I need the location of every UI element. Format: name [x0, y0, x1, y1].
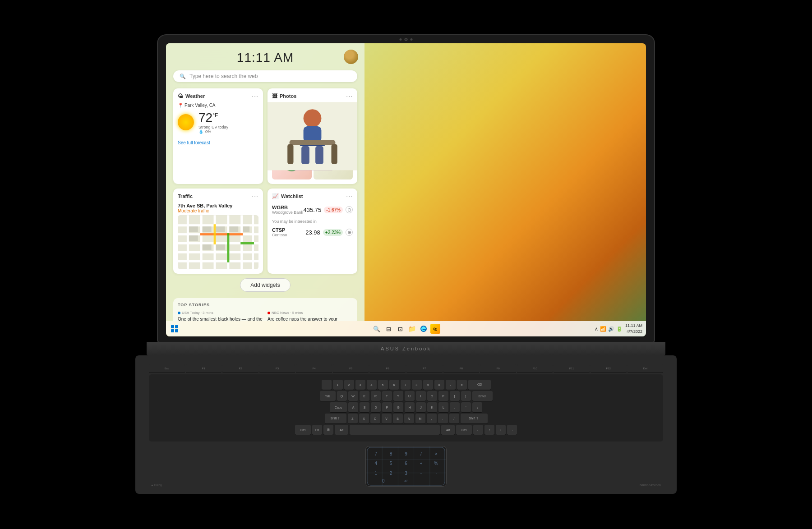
key-j[interactable]: J: [416, 402, 426, 412]
key-1[interactable]: 1: [333, 380, 343, 390]
key-space[interactable]: [350, 425, 440, 435]
system-time[interactable]: 11:11 AM 4/7/2022: [625, 323, 642, 334]
key-shift-right[interactable]: Shift ⇧: [461, 414, 488, 423]
key-b[interactable]: B: [393, 414, 403, 423]
fn-f7[interactable]: F7: [406, 364, 443, 373]
key-quote[interactable]: ': [461, 402, 471, 412]
key-minus[interactable]: -: [446, 380, 456, 390]
key-shift-left[interactable]: Shift ⇧: [325, 414, 346, 423]
key-v[interactable]: V: [382, 414, 392, 423]
fn-f5[interactable]: F5: [333, 364, 369, 373]
key-semicolon[interactable]: ;: [450, 402, 460, 412]
key-win[interactable]: ⊞: [323, 425, 333, 435]
key-h[interactable]: H: [405, 402, 415, 412]
key-e[interactable]: E: [360, 391, 369, 401]
key-alt-right[interactable]: Alt: [441, 425, 455, 435]
key-f[interactable]: F: [382, 402, 392, 412]
key-backslash[interactable]: \: [472, 402, 482, 412]
chevron-up-icon[interactable]: ∧: [595, 326, 598, 332]
key-caps[interactable]: Caps: [330, 402, 347, 412]
touchpad-numpad[interactable]: 7 8 9 / × 4 5 6 + % 1 2 3 - · 0 ↵: [365, 446, 447, 487]
key-3[interactable]: 3: [355, 380, 365, 390]
taskbar-store-icon[interactable]: 🛍: [430, 324, 440, 334]
key-backspace[interactable]: ⌫: [468, 380, 491, 390]
search-bar[interactable]: 🔍 Type here to search the web: [173, 70, 357, 82]
key-p[interactable]: P: [438, 391, 448, 401]
key-lbracket[interactable]: [: [450, 391, 460, 401]
key-l[interactable]: L: [438, 402, 448, 412]
stock-add-0[interactable]: ⊖: [346, 206, 353, 213]
key-arrow-left[interactable]: ←: [473, 425, 483, 435]
key-z[interactable]: Z: [348, 414, 358, 423]
key-5[interactable]: 5: [378, 380, 388, 390]
see-full-forecast-link[interactable]: See full forecast: [178, 140, 258, 145]
start-button[interactable]: [170, 324, 180, 334]
key-q[interactable]: Q: [337, 391, 347, 401]
fn-f1[interactable]: F1: [186, 364, 222, 373]
key-alt-left[interactable]: Alt: [335, 425, 348, 435]
fn-esc[interactable]: Esc: [149, 364, 185, 373]
key-c[interactable]: C: [370, 414, 380, 423]
key-ctrl-right[interactable]: Ctrl: [456, 425, 472, 435]
traffic-more-button[interactable]: ···: [252, 193, 258, 199]
key-r[interactable]: R: [371, 391, 381, 401]
key-fn[interactable]: Fn: [312, 425, 322, 435]
taskbar-widgets-icon[interactable]: ⊟: [383, 324, 393, 334]
key-n[interactable]: N: [404, 414, 414, 423]
key-s[interactable]: S: [360, 402, 369, 412]
key-arrow-right[interactable]: →: [507, 425, 517, 435]
key-9[interactable]: 9: [423, 380, 433, 390]
fn-f11[interactable]: F11: [554, 364, 590, 373]
key-x[interactable]: X: [359, 414, 369, 423]
photo-thumb-4[interactable]: [314, 149, 353, 179]
key-d[interactable]: D: [371, 402, 381, 412]
fn-f8[interactable]: F8: [443, 364, 480, 373]
story-item-0[interactable]: USA Today · 3 mins One of the smallest b…: [178, 311, 263, 321]
taskbar-edge-icon[interactable]: [419, 324, 429, 334]
key-arrow-up[interactable]: ↑: [484, 425, 494, 435]
key-a[interactable]: A: [348, 402, 358, 412]
key-w[interactable]: W: [348, 391, 358, 401]
story-item-1[interactable]: NBC News · 5 mins Are coffee naps the an…: [268, 311, 353, 321]
fn-f9[interactable]: F9: [480, 364, 516, 373]
fn-f10[interactable]: F10: [517, 364, 553, 373]
fn-del[interactable]: Del: [627, 364, 664, 373]
key-m[interactable]: M: [415, 414, 425, 423]
fn-f3[interactable]: F3: [259, 364, 295, 373]
watchlist-more-button[interactable]: ···: [346, 193, 353, 199]
key-rbracket[interactable]: ]: [461, 391, 471, 401]
key-7[interactable]: 7: [401, 380, 411, 390]
fn-f2[interactable]: F2: [222, 364, 258, 373]
key-backtick[interactable]: `: [322, 380, 332, 390]
key-equals[interactable]: =: [457, 380, 467, 390]
key-y[interactable]: Y: [393, 391, 403, 401]
key-tab[interactable]: Tab: [320, 391, 336, 401]
wifi-icon[interactable]: 📶: [600, 326, 606, 332]
fn-f4[interactable]: F4: [296, 364, 332, 373]
key-4[interactable]: 4: [367, 380, 377, 390]
key-0[interactable]: 0: [434, 380, 444, 390]
key-period[interactable]: .: [438, 414, 448, 423]
key-o[interactable]: O: [427, 391, 437, 401]
key-i[interactable]: I: [416, 391, 426, 401]
key-u[interactable]: U: [405, 391, 415, 401]
speaker-icon[interactable]: 🔊: [608, 326, 614, 332]
key-k[interactable]: K: [427, 402, 437, 412]
weather-more-button[interactable]: ···: [252, 93, 258, 99]
user-avatar[interactable]: [344, 50, 358, 64]
taskbar-search-icon[interactable]: 🔍: [372, 324, 382, 334]
key-2[interactable]: 2: [344, 380, 354, 390]
battery-icon[interactable]: 🔋: [616, 326, 623, 332]
key-slash[interactable]: /: [449, 414, 459, 423]
key-ctrl-left[interactable]: Ctrl: [295, 425, 311, 435]
key-arrow-down[interactable]: ↓: [496, 425, 506, 435]
key-comma[interactable]: ,: [427, 414, 437, 423]
key-6[interactable]: 6: [389, 380, 399, 390]
key-g[interactable]: G: [393, 402, 403, 412]
taskbar-explorer-icon[interactable]: 📁: [407, 324, 417, 334]
fn-f12[interactable]: F12: [591, 364, 627, 373]
key-8[interactable]: 8: [412, 380, 422, 390]
add-widgets-button[interactable]: Add widgets: [240, 278, 290, 292]
taskbar-multitask-icon[interactable]: ⊡: [395, 324, 405, 334]
key-enter[interactable]: Enter: [472, 391, 493, 401]
